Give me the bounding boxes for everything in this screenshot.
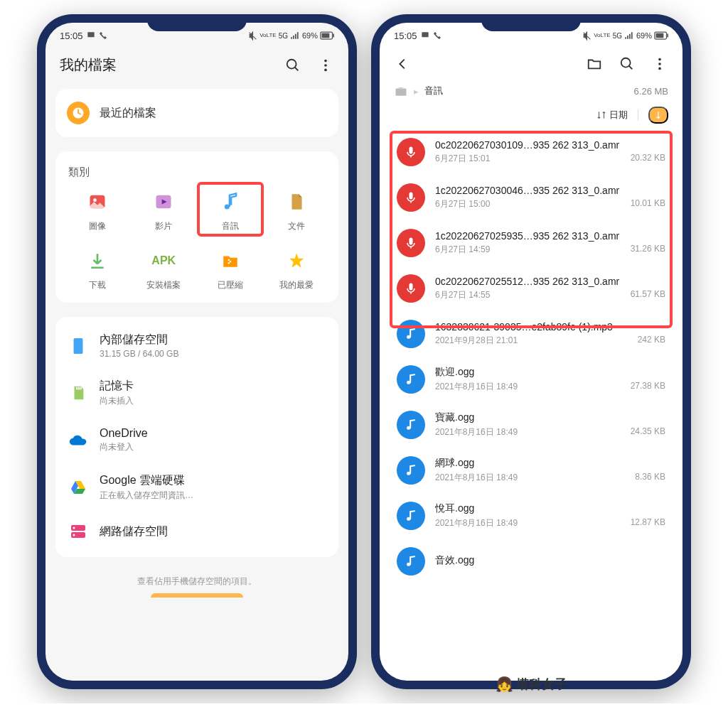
file-name: 音效.ogg <box>435 554 665 567</box>
document-icon <box>284 189 309 215</box>
status-time: 15:05 <box>394 31 417 41</box>
more-button[interactable] <box>317 57 334 74</box>
category-video[interactable]: 影片 <box>134 189 195 232</box>
file-size: 61.57 KB <box>631 289 665 301</box>
status-signal-icon <box>624 31 634 40</box>
file-item[interactable]: 音效.ogg <box>380 539 682 584</box>
svg-rect-3 <box>322 33 330 38</box>
storage-internal[interactable]: 內部儲存空間 31.15 GB / 64.00 GB <box>55 323 338 369</box>
svg-rect-35 <box>410 147 413 154</box>
voice-icon <box>397 138 425 166</box>
breadcrumb[interactable]: ▸ 音訊 6.26 MB <box>380 80 682 101</box>
status-call-icon <box>99 31 107 40</box>
file-date: 2021年9月28日 21:01 <box>435 335 518 347</box>
svg-rect-18 <box>74 338 83 354</box>
category-zip[interactable]: 已壓縮 <box>200 248 261 291</box>
category-image[interactable]: 圖像 <box>67 189 128 232</box>
sdcard-icon <box>68 383 88 403</box>
recent-label: 最近的檔案 <box>100 106 156 121</box>
storage-name: OneDrive <box>100 427 326 440</box>
svg-rect-16 <box>230 261 231 262</box>
audio-icon <box>397 502 425 530</box>
back-button[interactable] <box>394 55 411 72</box>
bottom-indicator <box>151 593 243 598</box>
screen-right: 15:05 VoLTE 5G 69% <box>380 23 682 681</box>
clock-icon <box>67 102 90 124</box>
onedrive-icon <box>68 431 88 450</box>
status-signal-icon <box>290 31 300 40</box>
status-battery-icon <box>320 31 334 40</box>
sort-button[interactable]: 日期 <box>596 107 628 124</box>
category-label: 圖像 <box>89 220 106 232</box>
status-time: 15:05 <box>60 31 83 41</box>
file-item[interactable]: 0c20220627025512…935 262 313_0.amr 6月27日… <box>380 266 682 311</box>
view-toggle-button[interactable] <box>648 107 668 124</box>
file-item[interactable]: 歡迎.ogg 2021年8月16日 18:49 27.38 KB <box>380 357 682 402</box>
status-battery-icon <box>654 31 668 40</box>
file-size: 24.35 KB <box>631 426 665 438</box>
file-item[interactable]: 1c20220627030046…935 262 313_0.amr 6月27日… <box>380 175 682 220</box>
footer-text: 查看佔用手機儲存空間的項目。 <box>46 564 348 593</box>
file-item[interactable]: 悅耳.ogg 2021年8月16日 18:49 12.87 KB <box>380 493 682 539</box>
storage-network[interactable]: 網路儲存空間 <box>55 512 338 551</box>
star-icon <box>284 248 309 274</box>
folder-size: 6.26 MB <box>634 86 668 97</box>
status-mute-icon <box>248 31 257 40</box>
storage-name: 記憶卡 <box>100 379 326 394</box>
svg-rect-15 <box>228 259 230 261</box>
file-list: 0c20220627030109…935 262 313_0.amr 6月27日… <box>380 129 682 681</box>
file-date: 2021年8月16日 18:49 <box>435 381 518 393</box>
svg-point-8 <box>324 68 327 71</box>
category-star[interactable]: 我的最愛 <box>267 248 328 291</box>
search-button[interactable] <box>619 55 636 72</box>
file-date: 2021年8月16日 18:49 <box>435 472 518 484</box>
svg-line-31 <box>629 66 633 70</box>
category-download[interactable]: 下載 <box>67 248 128 291</box>
svg-point-33 <box>658 63 661 65</box>
file-item[interactable]: 1c20220627025935…935 262 313_0.amr 6月27日… <box>380 220 682 266</box>
svg-point-30 <box>621 58 631 67</box>
file-item[interactable]: 0c20220627030109…935 262 313_0.amr 6月27日… <box>380 129 682 175</box>
recent-files-card[interactable]: 最近的檔案 <box>55 89 338 137</box>
storage-list: 內部儲存空間 31.15 GB / 64.00 GB 記憶卡 尚未插入 OneD… <box>55 317 338 557</box>
storage-onedrive[interactable]: OneDrive 尚未登入 <box>55 417 338 463</box>
watermark: 👧 塔科女子 <box>496 676 567 693</box>
search-button[interactable] <box>284 57 301 74</box>
svg-rect-2 <box>333 34 334 38</box>
svg-rect-29 <box>656 33 664 38</box>
file-item[interactable]: 1632830621-39035…e2fab89fe (1).mp3 2021年… <box>380 311 682 357</box>
category-audio[interactable]: 音訊 <box>200 189 261 232</box>
svg-rect-38 <box>410 283 413 291</box>
breadcrumb-current: 音訊 <box>424 85 443 97</box>
download-icon <box>85 248 110 274</box>
file-name: 1c20220627025935…935 262 313_0.amr <box>435 230 665 242</box>
storage-gdrive[interactable]: Google 雲端硬碟 正在載入儲存空間資訊… <box>55 463 338 512</box>
phone-frame-left: 15:05 VoLTE 5G 69% <box>37 14 357 689</box>
audio-icon <box>397 411 425 439</box>
svg-point-32 <box>658 58 661 61</box>
svg-point-7 <box>324 64 327 67</box>
svg-rect-20 <box>78 387 80 390</box>
apk-icon: APK <box>151 248 176 274</box>
storage-name: 內部儲存空間 <box>100 333 326 347</box>
file-size: 10.01 KB <box>631 198 665 210</box>
file-date: 6月27日 14:59 <box>435 244 490 256</box>
category-apk[interactable]: APK 安裝檔案 <box>134 248 195 291</box>
status-5g: 5G <box>613 32 622 40</box>
file-size: 12.87 KB <box>631 517 665 529</box>
file-date: 2021年8月16日 18:49 <box>435 426 518 438</box>
file-name: 悅耳.ogg <box>435 502 665 515</box>
screen-left: 15:05 VoLTE 5G 69% <box>46 23 348 681</box>
file-item[interactable]: 寶藏.ogg 2021年8月16日 18:49 24.35 KB <box>380 402 682 448</box>
file-item[interactable]: 網球.ogg 2021年8月16日 18:49 8.36 KB <box>380 448 682 493</box>
status-notif-icon <box>86 31 96 40</box>
network-icon <box>68 522 88 541</box>
folder-button[interactable] <box>586 55 603 72</box>
category-document[interactable]: 文件 <box>267 189 328 232</box>
svg-rect-28 <box>667 34 668 38</box>
file-name: 寶藏.ogg <box>435 411 665 424</box>
more-button[interactable] <box>651 55 668 72</box>
category-label: 已壓縮 <box>218 279 243 291</box>
storage-sdcard[interactable]: 記憶卡 尚未插入 <box>55 369 338 417</box>
categories-title: 類別 <box>67 163 327 189</box>
